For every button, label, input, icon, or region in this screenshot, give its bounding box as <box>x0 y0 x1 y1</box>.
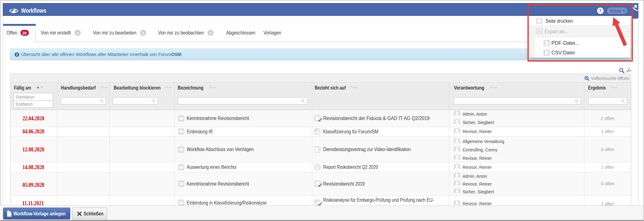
svg-text:§: § <box>316 148 317 151</box>
